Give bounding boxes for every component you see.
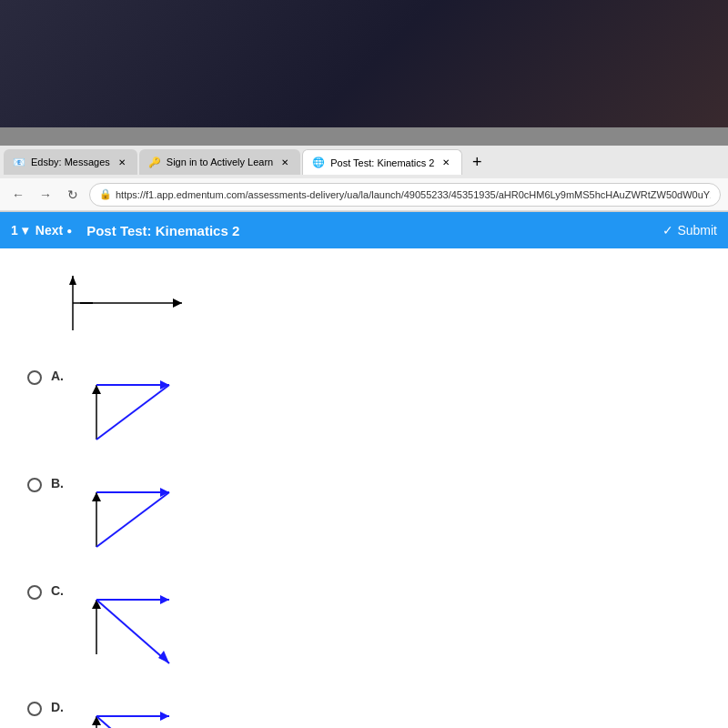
svg-marker-6 bbox=[92, 385, 101, 394]
svg-marker-16 bbox=[92, 600, 101, 609]
radio-c[interactable] bbox=[27, 585, 42, 600]
svg-marker-1 bbox=[69, 276, 76, 285]
tab-edsby-close[interactable]: ✕ bbox=[116, 156, 128, 168]
tab-actively-icon: 🔑 bbox=[148, 157, 161, 168]
option-b-svg bbox=[78, 474, 187, 556]
next-label: Next bbox=[35, 223, 63, 238]
option-d-label: D. bbox=[51, 700, 69, 714]
next-icon: ● bbox=[66, 226, 72, 236]
url-text: https://f1.app.edmentum.com/assessments-… bbox=[116, 189, 711, 200]
tab-actively-label: Sign in to Actively Learn bbox=[167, 157, 273, 167]
tab-actively-learn[interactable]: 🔑 Sign in to Actively Learn ✕ bbox=[139, 149, 300, 175]
tab-posttest-label: Post Test: Kinematics 2 bbox=[330, 157, 434, 168]
tab-posttest-close[interactable]: ✕ bbox=[440, 157, 452, 169]
option-d-svg bbox=[78, 698, 187, 728]
svg-marker-11 bbox=[92, 492, 101, 501]
new-tab-button[interactable]: + bbox=[464, 149, 490, 175]
lock-icon: 🔒 bbox=[99, 188, 112, 200]
tab-bar: 📧 Edsby: Messages ✕ 🔑 Sign in to Activel… bbox=[0, 146, 728, 178]
svg-line-25 bbox=[96, 716, 169, 728]
question-number: 1 bbox=[11, 223, 18, 238]
submit-button[interactable]: ✓ Submit bbox=[662, 223, 717, 238]
radio-b[interactable] bbox=[27, 478, 42, 492]
tab-edsby-label: Edsby: Messages bbox=[31, 157, 110, 167]
option-d[interactable]: D. bbox=[27, 698, 701, 728]
radio-d[interactable] bbox=[27, 702, 42, 716]
option-c-svg bbox=[78, 581, 187, 672]
svg-marker-18 bbox=[160, 595, 169, 604]
camera-area bbox=[0, 0, 728, 146]
chevron-down-icon: ▾ bbox=[22, 223, 28, 238]
submit-check-icon: ✓ bbox=[662, 223, 673, 238]
address-bar: ← → ↻ 🔒 https://f1.app.edmentum.com/asse… bbox=[0, 178, 728, 211]
back-button[interactable]: ← bbox=[7, 184, 29, 206]
option-c-label: C. bbox=[51, 583, 69, 598]
svg-marker-22 bbox=[92, 716, 101, 725]
refresh-button[interactable]: ↻ bbox=[62, 184, 84, 206]
url-bar[interactable]: 🔒 https://f1.app.edmentum.com/assessment… bbox=[89, 183, 721, 207]
tab-edsby[interactable]: 📧 Edsby: Messages ✕ bbox=[4, 149, 137, 175]
reference-vector-diagram bbox=[46, 267, 701, 339]
app-toolbar: 1 ▾ Next ● Post Test: Kinematics 2 ✓ Sub… bbox=[0, 212, 728, 248]
svg-line-19 bbox=[96, 600, 169, 663]
svg-marker-20 bbox=[158, 651, 169, 663]
next-button[interactable]: Next ● bbox=[35, 223, 72, 238]
svg-marker-24 bbox=[160, 712, 169, 721]
browser-chrome: 📧 Edsby: Messages ✕ 🔑 Sign in to Activel… bbox=[0, 146, 728, 212]
page-title: Post Test: Kinematics 2 bbox=[86, 223, 239, 238]
reference-vector-svg bbox=[46, 267, 228, 339]
forward-button[interactable]: → bbox=[35, 184, 56, 206]
option-b-label: B. bbox=[51, 476, 69, 490]
tab-posttest-icon: 🌐 bbox=[312, 157, 325, 168]
svg-line-9 bbox=[96, 385, 169, 440]
option-c[interactable]: C. bbox=[27, 581, 701, 672]
tab-edsby-icon: 📧 bbox=[13, 157, 25, 168]
option-a-svg bbox=[78, 367, 187, 449]
svg-marker-3 bbox=[173, 298, 182, 308]
submit-label: Submit bbox=[677, 223, 717, 238]
option-a-label: A. bbox=[51, 369, 69, 383]
svg-line-14 bbox=[96, 492, 169, 547]
tab-post-test[interactable]: 🌐 Post Test: Kinematics 2 ✕ bbox=[302, 149, 462, 175]
question-number-display: 1 ▾ bbox=[11, 223, 28, 238]
option-a[interactable]: A. bbox=[27, 367, 701, 449]
main-content: A. B. C. bbox=[0, 248, 728, 728]
option-b[interactable]: B. bbox=[27, 474, 701, 556]
radio-a[interactable] bbox=[27, 370, 42, 385]
tab-actively-close[interactable]: ✕ bbox=[278, 156, 291, 168]
